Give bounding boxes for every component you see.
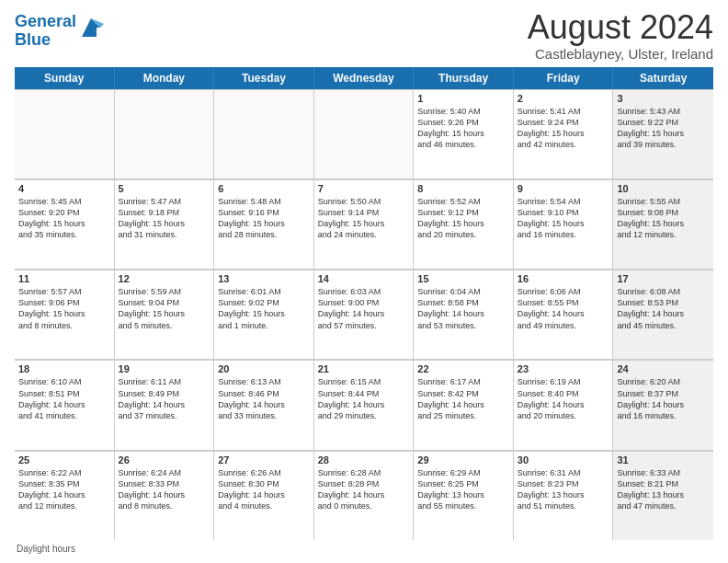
day-number: 6 xyxy=(218,183,310,194)
day-number: 16 xyxy=(518,273,609,284)
day-info: Sunrise: 6:28 AM Sunset: 8:28 PM Dayligh… xyxy=(318,467,410,512)
day-cell-29: 29Sunrise: 6:29 AM Sunset: 8:25 PM Dayli… xyxy=(414,451,514,540)
day-number: 17 xyxy=(617,273,710,284)
day-info: Sunrise: 6:33 AM Sunset: 8:21 PM Dayligh… xyxy=(617,467,710,512)
day-cell-27: 27Sunrise: 6:26 AM Sunset: 8:30 PM Dayli… xyxy=(214,451,314,540)
calendar-week-4: 25Sunrise: 6:22 AM Sunset: 8:35 PM Dayli… xyxy=(15,451,713,540)
day-cell-28: 28Sunrise: 6:28 AM Sunset: 8:28 PM Dayli… xyxy=(314,451,415,540)
month-title: August 2024 xyxy=(528,9,713,46)
day-cell-18: 18Sunrise: 6:10 AM Sunset: 8:51 PM Dayli… xyxy=(15,360,115,449)
day-number: 4 xyxy=(18,183,110,194)
day-info: Sunrise: 5:55 AM Sunset: 9:08 PM Dayligh… xyxy=(617,196,710,241)
day-cell-30: 30Sunrise: 6:31 AM Sunset: 8:23 PM Dayli… xyxy=(514,451,614,540)
day-cell-1: 1Sunrise: 5:40 AM Sunset: 9:26 PM Daylig… xyxy=(414,89,514,178)
header-saturday: Saturday xyxy=(613,67,713,89)
day-number: 1 xyxy=(417,93,509,104)
day-number: 11 xyxy=(18,273,110,284)
page: GeneralBlue August 2024 Castleblayney, U… xyxy=(0,0,728,563)
day-info: Sunrise: 6:10 AM Sunset: 8:51 PM Dayligh… xyxy=(18,376,110,421)
day-info: Sunrise: 5:59 AM Sunset: 9:04 PM Dayligh… xyxy=(119,286,210,331)
empty-cell xyxy=(314,89,415,178)
empty-cell xyxy=(115,89,215,178)
day-info: Sunrise: 6:26 AM Sunset: 8:30 PM Dayligh… xyxy=(218,467,310,512)
day-number: 28 xyxy=(318,454,410,465)
day-cell-7: 7Sunrise: 5:50 AM Sunset: 9:14 PM Daylig… xyxy=(314,179,415,269)
day-info: Sunrise: 6:11 AM Sunset: 8:49 PM Dayligh… xyxy=(119,376,210,421)
day-number: 23 xyxy=(518,363,609,374)
calendar-week-0: 1Sunrise: 5:40 AM Sunset: 9:26 PM Daylig… xyxy=(15,89,713,179)
day-cell-23: 23Sunrise: 6:19 AM Sunset: 8:40 PM Dayli… xyxy=(514,360,614,449)
day-cell-2: 2Sunrise: 5:41 AM Sunset: 9:24 PM Daylig… xyxy=(514,89,614,178)
calendar-body: 1Sunrise: 5:40 AM Sunset: 9:26 PM Daylig… xyxy=(15,89,713,540)
day-info: Sunrise: 6:31 AM Sunset: 8:23 PM Dayligh… xyxy=(518,467,609,512)
day-info: Sunrise: 5:50 AM Sunset: 9:14 PM Dayligh… xyxy=(318,196,410,241)
day-info: Sunrise: 6:15 AM Sunset: 8:44 PM Dayligh… xyxy=(318,376,410,421)
day-number: 26 xyxy=(119,454,210,465)
day-number: 13 xyxy=(218,273,310,284)
day-cell-8: 8Sunrise: 5:52 AM Sunset: 9:12 PM Daylig… xyxy=(414,179,514,269)
day-cell-16: 16Sunrise: 6:06 AM Sunset: 8:55 PM Dayli… xyxy=(514,270,614,359)
day-cell-17: 17Sunrise: 6:08 AM Sunset: 8:53 PM Dayli… xyxy=(613,270,713,359)
day-info: Sunrise: 6:17 AM Sunset: 8:42 PM Dayligh… xyxy=(417,376,509,421)
day-info: Sunrise: 6:19 AM Sunset: 8:40 PM Dayligh… xyxy=(518,376,609,421)
day-number: 7 xyxy=(318,183,410,194)
day-cell-12: 12Sunrise: 5:59 AM Sunset: 9:04 PM Dayli… xyxy=(115,270,215,359)
day-cell-3: 3Sunrise: 5:43 AM Sunset: 9:22 PM Daylig… xyxy=(613,89,713,178)
day-number: 12 xyxy=(119,273,210,284)
day-cell-14: 14Sunrise: 6:03 AM Sunset: 9:00 PM Dayli… xyxy=(314,270,415,359)
day-cell-13: 13Sunrise: 6:01 AM Sunset: 9:02 PM Dayli… xyxy=(214,270,314,359)
day-info: Sunrise: 6:24 AM Sunset: 8:33 PM Dayligh… xyxy=(119,467,210,512)
day-cell-11: 11Sunrise: 5:57 AM Sunset: 9:06 PM Dayli… xyxy=(15,270,115,359)
day-info: Sunrise: 5:54 AM Sunset: 9:10 PM Dayligh… xyxy=(518,196,609,241)
day-info: Sunrise: 5:43 AM Sunset: 9:22 PM Dayligh… xyxy=(617,106,710,151)
logo: GeneralBlue xyxy=(15,9,104,50)
empty-cell xyxy=(214,89,314,178)
day-cell-5: 5Sunrise: 5:47 AM Sunset: 9:18 PM Daylig… xyxy=(115,179,215,269)
day-cell-20: 20Sunrise: 6:13 AM Sunset: 8:46 PM Dayli… xyxy=(214,360,314,449)
day-cell-4: 4Sunrise: 5:45 AM Sunset: 9:20 PM Daylig… xyxy=(15,179,115,269)
day-number: 3 xyxy=(617,93,710,104)
day-cell-21: 21Sunrise: 6:15 AM Sunset: 8:44 PM Dayli… xyxy=(314,360,415,449)
day-info: Sunrise: 6:04 AM Sunset: 8:58 PM Dayligh… xyxy=(417,286,509,331)
day-cell-9: 9Sunrise: 5:54 AM Sunset: 9:10 PM Daylig… xyxy=(514,179,614,269)
day-info: Sunrise: 6:06 AM Sunset: 8:55 PM Dayligh… xyxy=(518,286,609,331)
day-number: 15 xyxy=(417,273,509,284)
day-info: Sunrise: 5:41 AM Sunset: 9:24 PM Dayligh… xyxy=(518,106,609,151)
day-cell-25: 25Sunrise: 6:22 AM Sunset: 8:35 PM Dayli… xyxy=(15,451,115,540)
day-number: 5 xyxy=(119,183,210,194)
footer-note: Daylight hours xyxy=(15,544,713,554)
day-info: Sunrise: 6:29 AM Sunset: 8:25 PM Dayligh… xyxy=(417,467,509,512)
header-thursday: Thursday xyxy=(414,67,514,89)
day-number: 30 xyxy=(518,454,609,465)
day-number: 10 xyxy=(617,183,710,194)
calendar-week-3: 18Sunrise: 6:10 AM Sunset: 8:51 PM Dayli… xyxy=(15,360,713,450)
day-cell-6: 6Sunrise: 5:48 AM Sunset: 9:16 PM Daylig… xyxy=(214,179,314,269)
header-friday: Friday xyxy=(514,67,614,89)
day-number: 2 xyxy=(518,93,609,104)
day-info: Sunrise: 5:52 AM Sunset: 9:12 PM Dayligh… xyxy=(417,196,509,241)
header-monday: Monday xyxy=(115,67,215,89)
day-cell-15: 15Sunrise: 6:04 AM Sunset: 8:58 PM Dayli… xyxy=(414,270,514,359)
day-info: Sunrise: 6:20 AM Sunset: 8:37 PM Dayligh… xyxy=(617,376,710,421)
logo-text: GeneralBlue xyxy=(15,13,76,50)
header-sunday: Sunday xyxy=(15,67,115,89)
calendar-week-2: 11Sunrise: 5:57 AM Sunset: 9:06 PM Dayli… xyxy=(15,270,713,360)
day-info: Sunrise: 6:01 AM Sunset: 9:02 PM Dayligh… xyxy=(218,286,310,331)
logo-icon xyxy=(78,15,104,40)
day-cell-24: 24Sunrise: 6:20 AM Sunset: 8:37 PM Dayli… xyxy=(613,360,713,449)
day-number: 29 xyxy=(417,454,509,465)
empty-cell xyxy=(15,89,115,178)
day-number: 9 xyxy=(518,183,609,194)
calendar-week-1: 4Sunrise: 5:45 AM Sunset: 9:20 PM Daylig… xyxy=(15,179,713,270)
day-number: 20 xyxy=(218,363,310,374)
header: GeneralBlue August 2024 Castleblayney, U… xyxy=(15,9,713,62)
day-number: 8 xyxy=(417,183,509,194)
day-number: 31 xyxy=(617,454,710,465)
header-tuesday: Tuesday xyxy=(214,67,314,89)
day-cell-22: 22Sunrise: 6:17 AM Sunset: 8:42 PM Dayli… xyxy=(414,360,514,449)
day-number: 19 xyxy=(119,363,210,374)
day-cell-10: 10Sunrise: 5:55 AM Sunset: 9:08 PM Dayli… xyxy=(613,179,713,269)
day-number: 14 xyxy=(318,273,410,284)
day-number: 18 xyxy=(18,363,110,374)
day-info: Sunrise: 5:45 AM Sunset: 9:20 PM Dayligh… xyxy=(18,196,110,241)
